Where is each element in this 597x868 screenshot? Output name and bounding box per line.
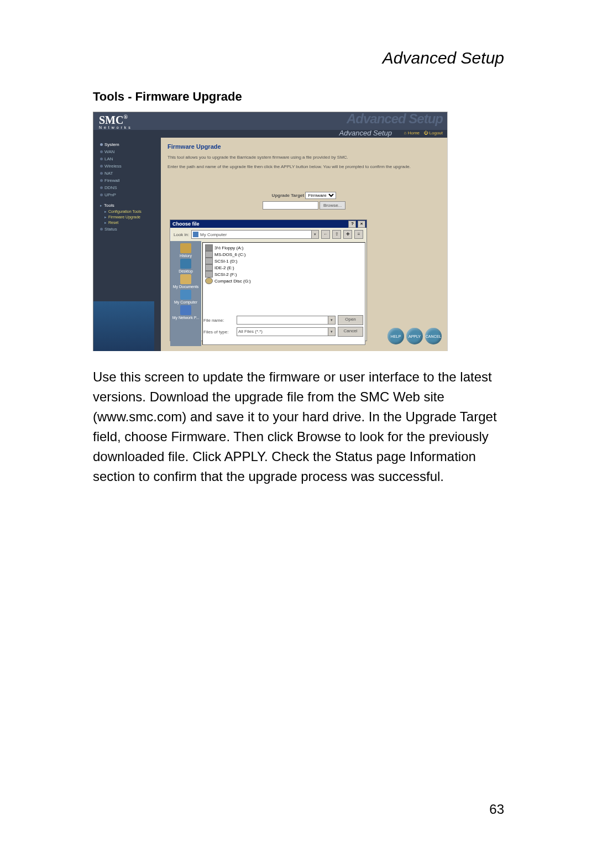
chevron-down-icon[interactable]: ▾ (311, 231, 318, 238)
place-desktop[interactable]: Desktop (170, 259, 201, 273)
dialog-titlebar: Choose file ? × (170, 220, 366, 228)
page-header: Advanced Setup (383, 49, 504, 67)
lookin-combo[interactable]: My Computer ▾ (191, 230, 319, 239)
sidebar-item-system[interactable]: System (97, 141, 158, 148)
cancel-button[interactable]: CANCEL (425, 328, 442, 344)
sidebar-sub-firmware[interactable]: ▸Firmware Upgrade (97, 215, 158, 220)
drive-item[interactable]: 3½ Floppy (A:) (205, 244, 363, 251)
dialog-lookin-row: Look in: My Computer ▾ ← ⇧ ✚ ≡ (170, 228, 366, 241)
place-history[interactable]: History (170, 243, 201, 258)
cd-icon (205, 278, 213, 284)
main-title: Firmware Upgrade (167, 143, 441, 150)
router-subbar: Advanced Setup ⌂ Home ⏻ Logout (93, 130, 447, 138)
lookin-value: My Computer (200, 232, 227, 237)
router-main: Firmware Upgrade This tool allows you to… (161, 138, 447, 351)
action-buttons: HELP APPLY CANCEL (387, 328, 442, 344)
back-icon[interactable]: ← (321, 230, 330, 239)
chevron-down-icon[interactable]: ▾ (328, 316, 335, 324)
help-button[interactable]: HELP (387, 328, 404, 344)
router-screenshot: SMC® N e t w o r k s Advanced Setup Adva… (93, 112, 448, 351)
hdd-icon (205, 251, 213, 258)
filetype-select[interactable]: All Files (*.*)▾ (237, 327, 336, 336)
lookin-label: Look in: (174, 232, 189, 237)
hdd-icon (205, 264, 213, 271)
subbar-title: Advanced Setup (339, 129, 392, 137)
computer-icon (193, 232, 198, 237)
sidebar-item-status[interactable]: Status (97, 226, 158, 233)
filetype-label: Files of type: (203, 330, 234, 334)
sidebar: System WAN LAN Wireless NAT Firewall DDN… (93, 138, 161, 351)
drive-item[interactable]: MS-DOS_6 (C:) (205, 251, 363, 258)
chevron-down-icon[interactable]: ▾ (328, 328, 335, 336)
drive-item[interactable]: SCSI-2 (F:) (205, 271, 363, 278)
dialog-bottom: File name: ▾ Open Files of type: All Fil… (203, 315, 363, 338)
filename-label: File name: (203, 318, 234, 323)
sidebar-item-wireless[interactable]: Wireless (97, 163, 158, 170)
manual-page: Advanced Setup Tools - Firmware Upgrade … (0, 0, 597, 868)
path-row: Browse... (167, 201, 441, 210)
sidebar-sub-config[interactable]: ▸Configuration Tools (97, 209, 158, 215)
target-row: Upgrade Target Firmware (167, 192, 441, 199)
browse-button[interactable]: Browse... (320, 201, 345, 210)
sidebar-item-wan[interactable]: WAN (97, 148, 158, 155)
ghost-title: Advanced Setup (347, 111, 443, 127)
drive-item[interactable]: Compact Disc (G:) (205, 278, 363, 284)
brand-subtext: N e t w o r k s (99, 126, 131, 129)
main-p2: Enter the path and name of the upgrade f… (167, 164, 441, 170)
brand-mark: ® (123, 114, 127, 120)
up-icon[interactable]: ⇧ (332, 230, 341, 239)
dialog-title: Choose file (172, 221, 200, 227)
place-network[interactable]: My Network P... (170, 305, 201, 320)
hdd-icon (205, 258, 213, 264)
sidebar-item-ddns[interactable]: DDNS (97, 184, 158, 191)
sidebar-item-upnp[interactable]: UPnP (97, 191, 158, 198)
home-link[interactable]: ⌂ Home (404, 130, 420, 135)
target-select[interactable]: Firmware (305, 192, 336, 199)
sidebar-item-firewall[interactable]: Firewall (97, 177, 158, 184)
logout-link[interactable]: ⏻ Logout (423, 130, 443, 135)
view-icon[interactable]: ≡ (354, 230, 363, 239)
body-paragraph: Use this screen to update the firmware o… (93, 367, 502, 487)
cancel-button[interactable]: Cancel (338, 327, 363, 337)
sidebar-decoration (93, 301, 154, 351)
brand-logo: SMC® (99, 114, 128, 127)
apply-button[interactable]: APPLY (406, 328, 423, 344)
open-button[interactable]: Open (338, 315, 363, 325)
sidebar-item-lan[interactable]: LAN (97, 155, 158, 163)
router-topbar: SMC® N e t w o r k s Advanced Setup (93, 112, 447, 130)
filename-input[interactable]: ▾ (237, 316, 336, 325)
newfolder-icon[interactable]: ✚ (343, 230, 352, 239)
brand-text: SMC (99, 114, 123, 126)
places-bar: History Desktop My Documents My Computer… (170, 241, 201, 346)
sidebar-sub-reset[interactable]: ▸Reset (97, 220, 158, 226)
sidebar-item-tools[interactable]: ▸Tools (97, 202, 158, 209)
place-mydocs[interactable]: My Documents (170, 274, 201, 289)
path-input[interactable] (263, 201, 318, 210)
floppy-icon (205, 244, 213, 251)
dialog-help-button[interactable]: ? (348, 221, 356, 228)
hdd-icon (205, 271, 213, 278)
file-dialog: Choose file ? × Look in: My Computer ▾ (170, 219, 367, 341)
sidebar-item-nat[interactable]: NAT (97, 170, 158, 177)
section-title: Tools - Firmware Upgrade (93, 90, 242, 104)
place-mycomputer[interactable]: My Computer (170, 290, 201, 304)
drive-item[interactable]: IDE-2 (E:) (205, 264, 363, 271)
drive-item[interactable]: SCSI-1 (D:) (205, 258, 363, 264)
dialog-close-button[interactable]: × (358, 221, 365, 228)
page-number: 63 (489, 802, 504, 817)
main-p1: This tool allows you to upgrade the Barr… (167, 154, 441, 160)
target-label: Upgrade Target (272, 193, 305, 198)
